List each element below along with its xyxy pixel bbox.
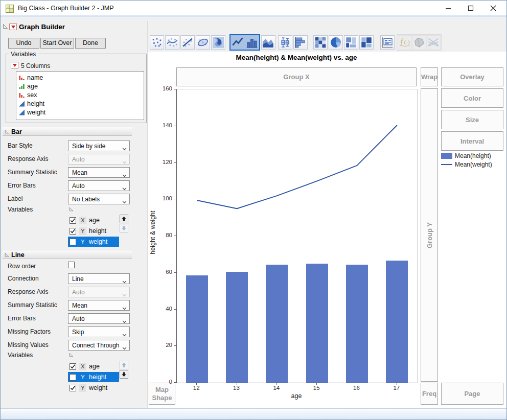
summary-statistic-select[interactable]: Mean (68, 167, 130, 178)
plot-area[interactable] (176, 89, 418, 383)
bar-move-up-button[interactable] (120, 215, 128, 223)
graph-builder-red-triangle-menu[interactable] (9, 24, 17, 30)
graphtype-formula-icon-button: f(·) (398, 35, 412, 50)
error-bars-label: Error Bars (8, 182, 36, 189)
y-tick-label: 80 (155, 232, 172, 238)
line-collapse-icon[interactable] (5, 252, 9, 257)
checkbox[interactable] (70, 363, 76, 370)
graphtype-area-icon-button[interactable] (261, 35, 275, 50)
done-button[interactable]: Done (75, 38, 106, 49)
legend-item-height: Mean(height) (441, 151, 492, 160)
graphtype-treemap-icon-button[interactable] (344, 35, 358, 50)
overlay-dropzone[interactable]: Overlay (441, 67, 503, 86)
x-axis-label: age (176, 392, 417, 400)
response-axis-label: Response Axis (8, 155, 48, 162)
error-bars-row: Error BarsAuto (1, 313, 147, 324)
missing-values-select[interactable]: Connect Through (68, 340, 130, 351)
graphtype-box-plot-icon-button[interactable] (278, 35, 292, 50)
graphtype-smoother-icon-button[interactable] (165, 35, 179, 50)
graphtype-line-icon-button[interactable] (231, 35, 245, 50)
row-order-label: Row order (8, 263, 36, 270)
bar-var-row-height[interactable]: Yheight (68, 226, 119, 236)
graphtype-pie-icon-button[interactable] (329, 35, 343, 50)
outline-collapse-icon[interactable] (3, 24, 8, 29)
color-dropzone[interactable]: Color (441, 88, 503, 108)
role-chip: Y (79, 374, 86, 381)
graphtype-contour-density-icon-button[interactable] (211, 35, 225, 50)
undo-button[interactable]: Undo (8, 38, 39, 49)
graphtype-map-shape-icon-button (412, 35, 426, 50)
checkbox[interactable] (70, 239, 76, 245)
variable-name: weight (27, 109, 45, 116)
connection-select[interactable]: Line (68, 273, 130, 284)
close-button[interactable] (482, 1, 504, 15)
graphtype-line-of-fit-icon-button[interactable] (180, 35, 195, 50)
legend-line-swatch (441, 164, 452, 165)
variable-item-height[interactable]: height (18, 99, 44, 108)
bar-collapse-icon[interactable] (5, 129, 9, 134)
bar-variables-collapse-icon[interactable] (69, 207, 74, 212)
minimize-button[interactable] (437, 1, 459, 15)
legend-bar-swatch (441, 153, 452, 159)
page-dropzone[interactable]: Page (441, 383, 503, 405)
row-order-checkbox[interactable] (68, 262, 75, 268)
columns-red-triangle-menu[interactable] (11, 62, 18, 68)
role-chip: X (79, 217, 86, 224)
checkbox[interactable] (70, 385, 76, 391)
line-variables-collapse-icon[interactable] (69, 353, 74, 357)
line-var-row-height[interactable]: Yheight (68, 372, 119, 382)
response-axis-select: Auto (68, 287, 130, 297)
missing-factors-select[interactable]: Skip (68, 326, 130, 337)
missing-values-label: Missing Values (8, 341, 49, 348)
interval-dropzone[interactable]: Interval (441, 131, 503, 151)
checkbox[interactable] (70, 228, 76, 235)
outline-title: Graph Builder (19, 23, 65, 31)
connection-label: Connection (8, 275, 39, 282)
graphtype-ellipse-icon-button[interactable] (196, 35, 210, 50)
error-bars-label: Error Bars (8, 315, 36, 322)
graphtype-histogram-icon-button[interactable] (293, 35, 308, 50)
missing-factors-value: Skip (72, 329, 84, 336)
map-shape-dropzone[interactable]: Map Shape (149, 383, 175, 405)
bar-style-select[interactable]: Side by side (68, 141, 130, 151)
summary-statistic-select[interactable]: Mean (68, 300, 130, 311)
maximize-button[interactable] (459, 1, 482, 15)
line-var-row-weight[interactable]: Yweight (68, 383, 119, 393)
line-move-down-button[interactable] (120, 370, 128, 379)
bar-section-header[interactable]: Bar (3, 127, 132, 136)
bar-var-row-age[interactable]: Xage (68, 215, 119, 225)
graphtype-heatmap-icon-button[interactable] (313, 35, 328, 50)
freq-dropzone[interactable]: Freq (421, 383, 438, 405)
error-bars-select[interactable]: Auto (68, 313, 130, 324)
group-x-dropzone[interactable]: Group X (176, 67, 417, 86)
label-select[interactable]: No Labels (68, 194, 130, 204)
missing-factors-row: Missing FactorsSkip (1, 326, 147, 337)
graphtype-mosaic-icon-button[interactable] (359, 35, 374, 50)
chevron-down-icon (122, 278, 127, 285)
variable-item-weight[interactable]: weight (18, 108, 45, 116)
y-tick (174, 272, 176, 273)
error-bars-select[interactable]: Auto (68, 180, 130, 191)
x-tick-label: 15 (309, 385, 324, 391)
checkbox[interactable] (70, 374, 76, 381)
graphtype-caption-box-icon-button[interactable] (380, 35, 395, 50)
response-axis-select: Auto (68, 154, 130, 165)
bar-move-down-button (120, 224, 128, 232)
graphtype-parallel-plot-icon-button (426, 35, 441, 50)
bar-var-row-weight[interactable]: Yweight (68, 237, 119, 247)
title-bar: Big Class - Graph Builder 2 - JMP (1, 1, 506, 17)
error-bars-value: Auto (72, 315, 85, 322)
response-axis-row: Response AxisAuto (1, 154, 147, 165)
checkbox[interactable] (70, 217, 76, 224)
group-y-dropzone[interactable]: Group Y (421, 88, 438, 382)
wrap-dropzone[interactable]: Wrap (421, 67, 438, 86)
size-dropzone[interactable]: Size (441, 110, 503, 129)
line-section-header[interactable]: Line (3, 250, 132, 259)
variable-item-age[interactable]: age (18, 82, 38, 90)
variable-item-sex[interactable]: sex (18, 90, 37, 99)
graphtype-bar-icon-button[interactable] (245, 35, 259, 50)
start-over-button[interactable]: Start Over (40, 38, 74, 49)
variable-item-name[interactable]: name (18, 73, 43, 82)
graphtype-points-icon-button[interactable] (150, 35, 164, 50)
line-var-row-age[interactable]: Xage (68, 361, 119, 371)
